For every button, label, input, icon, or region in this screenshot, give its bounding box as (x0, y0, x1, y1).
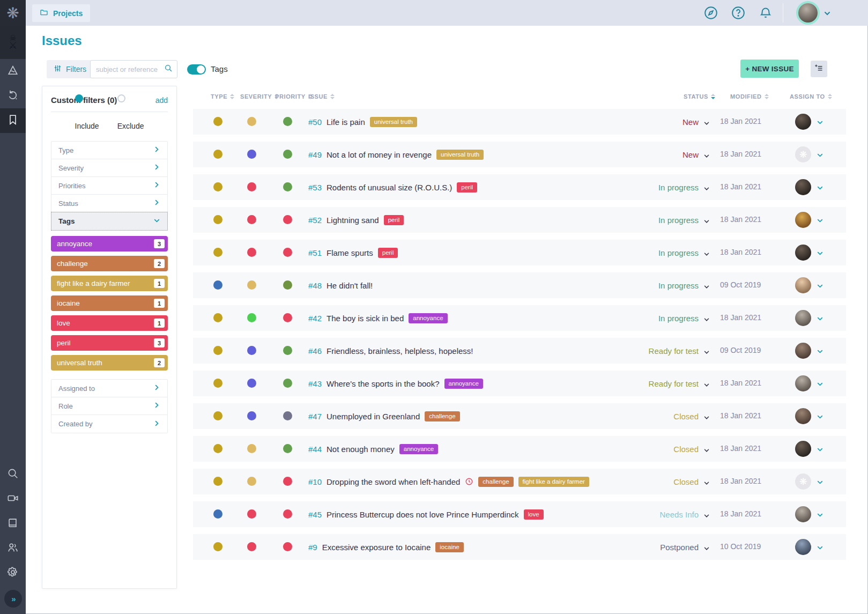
issue-ref-link[interactable]: #45 (308, 510, 322, 519)
status-chevron-down-icon[interactable] (703, 315, 710, 322)
type-dot[interactable] (213, 346, 222, 355)
status-dropdown[interactable]: Ready for test (591, 338, 699, 364)
priority-dot[interactable] (283, 477, 292, 486)
filter-category-assigned-to[interactable]: Assigned to (51, 380, 167, 397)
assignee-avatar[interactable] (795, 506, 811, 522)
issue-subject-link[interactable]: Dropping the sword when left-handed (327, 477, 460, 486)
assignee-chevron-down-icon[interactable] (817, 151, 824, 158)
severity-dot[interactable] (247, 248, 256, 257)
sidebar-item-sprints[interactable] (0, 84, 26, 108)
tag-filter-chip[interactable]: annoyance3 (51, 236, 168, 251)
assignee-avatar[interactable] (795, 245, 811, 261)
filters-button[interactable]: Filters (47, 60, 93, 78)
issue-ref-link[interactable]: #10 (308, 477, 322, 486)
issue-ref-link[interactable]: #44 (308, 445, 322, 454)
assignee-chevron-down-icon[interactable] (817, 413, 824, 420)
status-dropdown[interactable]: In progress (591, 272, 699, 298)
notifications-bell-icon[interactable] (759, 6, 773, 20)
tag-filter-chip[interactable]: challenge2 (51, 256, 168, 271)
status-dropdown[interactable]: New (591, 109, 699, 135)
type-dot[interactable] (213, 150, 222, 159)
priority-dot[interactable] (283, 411, 292, 420)
issue-ref-link[interactable]: #50 (308, 117, 322, 127)
issue-subject-link[interactable]: Lightning sand (327, 216, 379, 225)
status-dropdown[interactable]: In progress (591, 207, 699, 233)
severity-dot[interactable] (247, 346, 256, 355)
tag-filter-chip[interactable]: peril3 (51, 335, 168, 351)
status-dropdown[interactable]: Needs Info (591, 501, 699, 527)
project-logo[interactable]: ☠ ⚔ (0, 26, 26, 59)
issue-ref-link[interactable]: #48 (308, 281, 322, 290)
unassigned-avatar[interactable]: ❋ (795, 146, 811, 162)
status-chevron-down-icon[interactable] (703, 119, 710, 125)
issue-ref-link[interactable]: #52 (308, 216, 322, 225)
assignee-avatar[interactable] (795, 539, 811, 555)
assignee-chevron-down-icon[interactable] (817, 119, 824, 125)
priority-dot[interactable] (283, 542, 292, 551)
status-chevron-down-icon[interactable] (703, 283, 710, 289)
column-header-modified[interactable]: MODIFIED (730, 93, 769, 100)
status-dropdown[interactable]: Closed (591, 436, 699, 462)
assignee-avatar[interactable] (795, 179, 811, 195)
assignee-chevron-down-icon[interactable] (817, 315, 824, 322)
compass-icon[interactable] (704, 6, 718, 20)
sidebar-item-issues[interactable] (0, 108, 26, 133)
priority-dot[interactable] (283, 444, 292, 453)
priority-dot[interactable] (283, 313, 292, 322)
assignee-avatar[interactable] (795, 212, 811, 228)
severity-dot[interactable] (247, 280, 256, 290)
assignee-chevron-down-icon[interactable] (817, 446, 824, 453)
issue-subject-link[interactable]: Princess Buttercup does not love Prince … (327, 510, 519, 519)
sidebar-collapse-button[interactable]: » (4, 590, 22, 608)
status-dropdown[interactable]: Ready for test (591, 371, 699, 396)
status-chevron-down-icon[interactable] (703, 217, 710, 224)
taiga-logo[interactable]: ❋ (0, 0, 26, 26)
assignee-chevron-down-icon[interactable] (817, 511, 824, 518)
type-dot[interactable] (213, 313, 222, 322)
issue-subject-link[interactable]: Not a lot of money in revenge (327, 150, 432, 159)
priority-dot[interactable] (283, 215, 292, 224)
severity-dot[interactable] (247, 509, 256, 519)
status-chevron-down-icon[interactable] (703, 184, 710, 191)
status-dropdown[interactable]: Closed (591, 403, 699, 429)
issue-subject-link[interactable]: Flame spurts (327, 248, 373, 257)
filter-category-status[interactable]: Status (51, 195, 167, 212)
filter-category-priorities[interactable]: Priorities (51, 177, 167, 195)
assignee-avatar[interactable] (795, 408, 811, 424)
list-options-button[interactable] (811, 61, 827, 77)
issue-subject-link[interactable]: Where's the sports in the book? (327, 379, 439, 388)
status-chevron-down-icon[interactable] (703, 544, 710, 551)
new-issue-button[interactable]: + NEW ISSUE (740, 60, 799, 78)
status-dropdown[interactable]: In progress (591, 240, 699, 265)
assignee-avatar[interactable] (795, 310, 811, 326)
issue-subject-link[interactable]: Not enough money (327, 445, 395, 454)
help-icon[interactable] (731, 6, 745, 20)
issue-subject-link[interactable]: Unemployed in Greenland (327, 412, 420, 421)
severity-dot[interactable] (247, 215, 256, 224)
severity-dot[interactable] (247, 411, 256, 420)
issue-ref-link[interactable]: #49 (308, 150, 322, 159)
type-dot[interactable] (213, 280, 222, 290)
type-dot[interactable] (213, 215, 222, 224)
severity-dot[interactable] (247, 542, 256, 551)
issue-ref-link[interactable]: #42 (308, 314, 322, 323)
priority-dot[interactable] (283, 248, 292, 257)
status-chevron-down-icon[interactable] (703, 479, 710, 485)
sidebar-item-wiki[interactable] (0, 512, 26, 536)
column-header-assign-to[interactable]: ASSIGN TO (790, 93, 832, 100)
status-dropdown[interactable]: In progress (591, 305, 699, 331)
status-chevron-down-icon[interactable] (703, 512, 710, 518)
priority-dot[interactable] (283, 346, 292, 355)
type-dot[interactable] (213, 248, 222, 257)
issue-subject-link[interactable]: Rodents of unusual size (R.O.U.S.) (327, 183, 452, 192)
assignee-avatar[interactable] (795, 277, 811, 293)
issue-ref-link[interactable]: #47 (308, 412, 322, 421)
type-dot[interactable] (213, 542, 222, 551)
assignee-chevron-down-icon[interactable] (817, 184, 824, 191)
status-chevron-down-icon[interactable] (703, 446, 710, 453)
status-dropdown[interactable]: In progress (591, 174, 699, 200)
assignee-avatar[interactable] (795, 375, 811, 391)
filter-category-severity[interactable]: Severity (51, 159, 167, 177)
search-icon[interactable] (164, 64, 173, 75)
assignee-avatar[interactable] (795, 441, 811, 457)
